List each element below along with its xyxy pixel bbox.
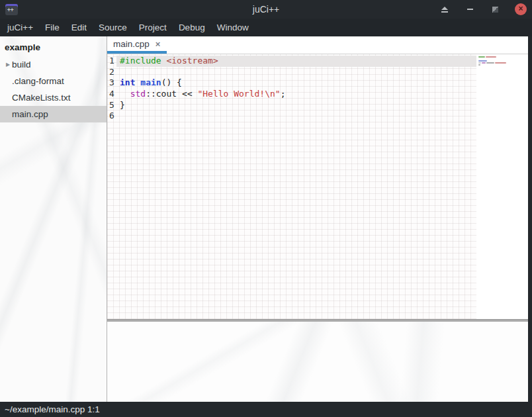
statusbar: ~/example/main.cpp 1:1 [0, 402, 532, 417]
code-line[interactable]: 2 [107, 67, 476, 78]
minimize-icon [467, 9, 473, 10]
minimap[interactable] [476, 54, 528, 319]
file-tree: example ▶build.clang-formatCMakeLists.tx… [0, 36, 107, 402]
code-line[interactable]: 5} [107, 100, 476, 111]
code-text: int main() { [116, 77, 476, 89]
tree-item-build[interactable]: ▶build [0, 56, 107, 73]
line-number: 1 [107, 56, 116, 67]
app-logo-icon: ++ [5, 4, 18, 15]
tabbar: main.cpp× [107, 36, 528, 54]
line-number: 5 [107, 100, 116, 111]
restore-button[interactable] [490, 4, 500, 15]
tree-item-clang-format[interactable]: .clang-format [0, 73, 107, 89]
minimap-line [478, 56, 525, 58]
tree-root-folder[interactable]: example [0, 40, 107, 56]
code-text: std::cout << "Hello World!\n"; [116, 89, 476, 100]
tree-item-label: .clang-format [12, 76, 64, 86]
tab-main-cpp[interactable]: main.cpp× [107, 36, 167, 54]
menu-item-juci[interactable]: juCi++ [1, 20, 39, 35]
line-number: 4 [107, 89, 116, 100]
shade-button[interactable] [439, 4, 450, 15]
terminal-pane[interactable] [107, 322, 528, 402]
tree-item-cmakelists-txt[interactable]: CMakeLists.txt [0, 89, 107, 106]
content-area: example ▶build.clang-formatCMakeLists.tx… [0, 36, 532, 402]
tree-item-label: CMakeLists.txt [12, 93, 71, 103]
menu-item-window[interactable]: Window [211, 20, 255, 35]
tab-close-icon[interactable]: × [155, 40, 161, 48]
titlebar[interactable]: ++ juCi++ × [0, 0, 532, 19]
minimap-line [478, 62, 525, 64]
line-number: 6 [107, 111, 116, 122]
code-line[interactable]: 1#include <iostream> [107, 56, 476, 67]
status-file-position: ~/example/main.cpp 1:1 [5, 404, 100, 414]
minimap-line [478, 60, 525, 62]
tree-item-label: build [12, 60, 31, 70]
minimap-line [478, 64, 525, 66]
minimize-button[interactable] [465, 4, 475, 15]
minimap-line [478, 58, 525, 60]
window-controls: × [439, 3, 527, 15]
app-window: ++ juCi++ × juCi++FileEditSourceProjectD… [0, 0, 532, 417]
menu-item-debug[interactable]: Debug [173, 20, 211, 35]
editor-pane: main.cpp× 1#include <iostream>23int main… [107, 36, 528, 402]
window-right-border [528, 36, 532, 402]
code-area[interactable]: 1#include <iostream>23int main() {4 std:… [107, 54, 476, 319]
eject-icon [441, 7, 448, 13]
line-number: 2 [107, 67, 116, 78]
editor: 1#include <iostream>23int main() {4 std:… [107, 54, 528, 319]
code-text [116, 111, 476, 122]
menu-item-project[interactable]: Project [133, 20, 173, 35]
code-text [116, 67, 476, 78]
line-number: 3 [107, 77, 116, 89]
restore-icon [492, 7, 498, 13]
code-line[interactable]: 4 std::cout << "Hello World!\n"; [107, 89, 476, 100]
menu-item-edit[interactable]: Edit [66, 20, 93, 35]
tab-label: main.cpp [113, 39, 150, 49]
code-text: } [116, 100, 476, 111]
tree-item-main-cpp[interactable]: main.cpp [0, 106, 107, 122]
menu-item-file[interactable]: File [39, 20, 66, 35]
app-logo-text: ++ [7, 7, 14, 13]
menu-item-source[interactable]: Source [93, 20, 133, 35]
code-text: #include <iostream> [116, 56, 476, 67]
expander-arrow-icon[interactable]: ▶ [0, 62, 12, 68]
menubar: juCi++FileEditSourceProjectDebugWindow [0, 19, 532, 36]
code-line[interactable]: 3int main() { [107, 77, 476, 89]
tree-item-label: main.cpp [12, 109, 48, 119]
code-line[interactable]: 6 [107, 111, 476, 122]
close-button[interactable]: × [515, 3, 527, 15]
